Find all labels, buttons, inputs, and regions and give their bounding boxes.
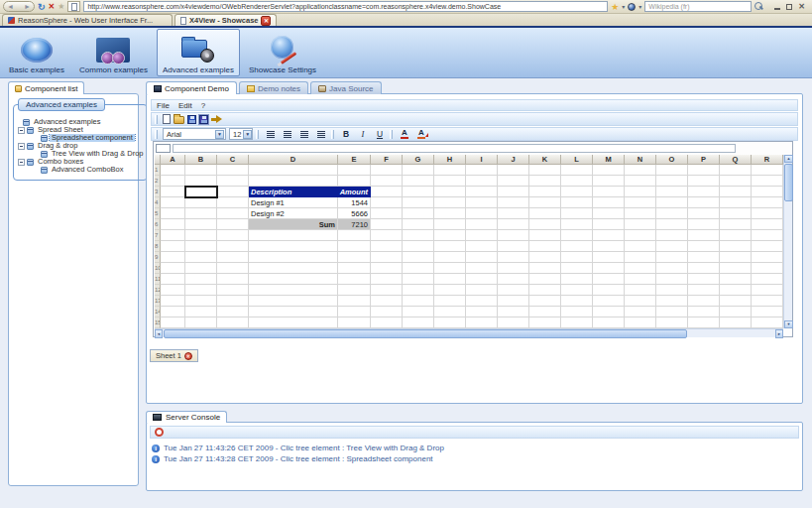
cell-K12[interactable]: [529, 285, 561, 296]
chevron-down-icon[interactable]: ▼: [243, 130, 252, 139]
cell-O12[interactable]: [656, 285, 688, 296]
cell-E14[interactable]: [338, 307, 371, 318]
cell-O4[interactable]: [656, 197, 688, 208]
cell-L15[interactable]: [561, 318, 593, 328]
cell-C10[interactable]: [217, 263, 249, 274]
cell-A3[interactable]: [161, 187, 185, 197]
cell-O11[interactable]: [656, 274, 688, 285]
cell-K2[interactable]: [529, 176, 561, 187]
horizontal-scrollbar[interactable]: ◄ ►: [155, 328, 783, 337]
cell-P11[interactable]: [688, 274, 720, 285]
cell-C8[interactable]: [217, 241, 249, 252]
cell-E13[interactable]: [338, 296, 371, 307]
cell-O14[interactable]: [656, 307, 688, 318]
italic-button[interactable]: I: [356, 128, 370, 140]
cell-J7[interactable]: [498, 230, 529, 241]
column-header-G[interactable]: G: [403, 155, 434, 165]
cell-name-box[interactable]: [156, 144, 171, 153]
tree-item[interactable]: Drag & drop: [15, 142, 146, 150]
align-justify-button[interactable]: [314, 128, 328, 140]
horizontal-scroll-thumb[interactable]: [164, 329, 687, 338]
cell-Q3[interactable]: [720, 187, 752, 197]
cell-R14[interactable]: [752, 307, 783, 318]
cell-D4[interactable]: Design #1: [249, 197, 338, 208]
cell-P3[interactable]: [688, 187, 720, 197]
cell-I14[interactable]: [466, 307, 498, 318]
minimize-icon[interactable]: [774, 8, 780, 10]
tree-item[interactable]: Advanced ComboBox: [15, 166, 146, 174]
cell-H1[interactable]: [434, 165, 466, 176]
cell-I8[interactable]: [466, 241, 498, 252]
cell-I9[interactable]: [466, 252, 498, 263]
cell-E3[interactable]: Amount: [338, 187, 371, 197]
cell-E5[interactable]: 5666: [338, 208, 371, 219]
cell-D9[interactable]: [249, 252, 338, 263]
cell-D8[interactable]: [249, 241, 338, 252]
cell-J14[interactable]: [498, 307, 529, 318]
column-header-K[interactable]: K: [529, 155, 561, 165]
align-center-button[interactable]: [281, 128, 294, 140]
cell-H13[interactable]: [434, 296, 466, 307]
cell-E1[interactable]: [338, 165, 371, 176]
cell-P15[interactable]: [688, 318, 720, 328]
cell-B8[interactable]: [185, 241, 217, 252]
cell-Q6[interactable]: [720, 219, 752, 230]
cell-D3[interactable]: Description: [249, 187, 338, 197]
cell-F2[interactable]: [371, 176, 403, 187]
collapse-expander-icon[interactable]: [18, 127, 25, 134]
cell-B14[interactable]: [185, 307, 217, 318]
cell-M11[interactable]: [593, 274, 625, 285]
showcase-settings-button[interactable]: Showcase Settings: [243, 29, 322, 76]
cell-L13[interactable]: [561, 296, 593, 307]
open-folder-icon[interactable]: [174, 116, 184, 124]
cell-I15[interactable]: [466, 318, 498, 328]
favorites-dropdown-icon[interactable]: ▾: [622, 3, 625, 10]
cell-O1[interactable]: [656, 165, 688, 176]
back-forward-buttons[interactable]: ◄ ►: [3, 1, 35, 12]
cell-R10[interactable]: [752, 263, 783, 274]
cell-D13[interactable]: [249, 296, 338, 307]
cell-N1[interactable]: [625, 165, 656, 176]
scroll-right-icon[interactable]: ►: [775, 329, 783, 338]
browser-tab-reasonsphere[interactable]: ReasonSphere - Web User Interface Fr...: [2, 14, 173, 26]
search-input[interactable]: Wikipedia (fr): [644, 1, 752, 12]
cell-L4[interactable]: [561, 197, 593, 208]
cell-O9[interactable]: [656, 252, 688, 263]
cell-I7[interactable]: [466, 230, 498, 241]
cell-O8[interactable]: [656, 241, 688, 252]
cell-L3[interactable]: [561, 187, 593, 197]
cell-N4[interactable]: [625, 197, 656, 208]
cell-N6[interactable]: [625, 219, 656, 230]
tree-item[interactable]: Advanced examples: [15, 118, 146, 126]
align-right-button[interactable]: [297, 128, 311, 140]
cell-H9[interactable]: [434, 252, 466, 263]
cell-M13[interactable]: [593, 296, 625, 307]
cell-J5[interactable]: [498, 208, 529, 219]
scroll-up-icon[interactable]: ▲: [784, 155, 793, 163]
cell-F10[interactable]: [371, 263, 403, 274]
cell-Q12[interactable]: [720, 285, 752, 296]
cell-O15[interactable]: [656, 318, 688, 328]
cell-J10[interactable]: [498, 263, 529, 274]
cell-K5[interactable]: [529, 208, 561, 219]
cell-N5[interactable]: [625, 208, 656, 219]
common-examples-button[interactable]: Common examples: [73, 29, 154, 76]
cell-H14[interactable]: [434, 307, 466, 318]
cell-Q14[interactable]: [720, 307, 752, 318]
cell-I12[interactable]: [466, 285, 498, 296]
cell-C4[interactable]: [217, 197, 249, 208]
tab-java-source[interactable]: Java Source: [310, 81, 381, 94]
cell-Q8[interactable]: [720, 241, 752, 252]
sheet-tab[interactable]: Sheet 1 ✕: [150, 349, 198, 362]
cell-D14[interactable]: [249, 307, 338, 318]
font-size-select[interactable]: 12 ▼: [229, 128, 253, 140]
tree-item[interactable]: Spreadsheet component: [15, 134, 146, 142]
cell-E11[interactable]: [338, 274, 371, 285]
cell-E7[interactable]: [338, 230, 371, 241]
cell-G14[interactable]: [403, 307, 434, 318]
vertical-scroll-thumb[interactable]: [784, 164, 793, 201]
cell-G2[interactable]: [403, 176, 434, 187]
cell-D2[interactable]: [249, 176, 338, 187]
cell-N9[interactable]: [625, 252, 656, 263]
cell-F1[interactable]: [371, 165, 403, 176]
